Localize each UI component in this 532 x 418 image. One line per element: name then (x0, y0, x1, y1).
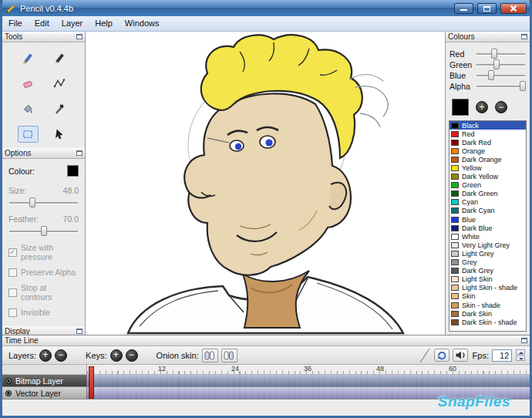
feather-slider-handle[interactable] (41, 226, 47, 236)
menu-item[interactable]: Layer (56, 16, 89, 31)
tool-polyline-button[interactable] (49, 75, 69, 92)
tools-panel-header[interactable]: Tools (2, 32, 85, 42)
palette-item[interactable]: Skin - shade (450, 301, 526, 309)
onion-next-icon (224, 351, 234, 360)
onion-next-button[interactable] (221, 349, 237, 362)
palette-item[interactable]: Dark Blue (450, 224, 526, 232)
layer-visibility-dot[interactable] (5, 378, 12, 384)
menu-item[interactable]: Edit (29, 16, 56, 31)
palette-item[interactable]: Grey (450, 258, 526, 267)
timeline-header[interactable]: Time Line (2, 335, 530, 346)
playhead[interactable] (89, 366, 94, 399)
colour-slider-handle[interactable] (488, 70, 494, 80)
colours-dock: Colours Red Green (445, 32, 530, 335)
layer-track[interactable] (87, 375, 530, 387)
add-layer-button[interactable]: + (39, 349, 52, 362)
fps-down-button[interactable] (516, 356, 525, 361)
float-panel-icon[interactable] (76, 329, 82, 334)
layer-name: Vector Layer (15, 389, 61, 398)
float-panel-icon[interactable] (521, 34, 527, 39)
palette-item[interactable]: White (450, 232, 526, 241)
fps-value[interactable]: 12 (492, 349, 512, 362)
tool-move-button[interactable] (49, 126, 69, 143)
menu-item[interactable]: File (2, 16, 29, 31)
remove-key-button[interactable]: − (126, 349, 138, 362)
fps-up-button[interactable] (516, 349, 525, 355)
palette-item[interactable]: Dark Cyan (450, 207, 526, 215)
drawing-canvas[interactable] (86, 32, 445, 335)
palette-item[interactable]: Skin (450, 292, 526, 301)
layer-visibility-dot[interactable] (5, 390, 12, 396)
tool-bucket-button[interactable] (18, 100, 39, 117)
colour-slider-handle[interactable] (520, 81, 526, 91)
current-colour-swatch[interactable] (67, 165, 79, 177)
canvas-drawing (86, 32, 445, 335)
frame-ruler[interactable]: 1224364860 (87, 365, 530, 375)
close-button[interactable] (500, 3, 527, 14)
timeline-panel: Time Line Layers: + − Keys: + − Onion sk… (2, 335, 530, 416)
remove-layer-button[interactable]: − (55, 349, 67, 362)
float-panel-icon[interactable] (521, 338, 527, 343)
palette-item[interactable]: Light Grey (450, 249, 526, 258)
palette-item[interactable]: Dark Red (450, 138, 526, 147)
option-checkbox[interactable]: Preserve Alpha (8, 268, 79, 277)
size-value: 48.0 (63, 186, 79, 195)
option-checkbox[interactable]: Stop at contours (8, 283, 79, 302)
timeline-layer-row[interactable]: Bitmap Layer (2, 375, 530, 387)
palette-item[interactable]: Dark Grey (450, 267, 526, 275)
options-panel-header[interactable]: Options (2, 148, 85, 159)
palette-item[interactable]: Very Light Grey (450, 241, 526, 249)
palette-item[interactable]: Green (450, 181, 526, 190)
palette-item[interactable]: Light Skin - shade (450, 284, 526, 292)
ruler-number: 60 (449, 365, 456, 372)
colour-slider[interactable] (476, 70, 526, 80)
palette-item[interactable]: Dark Skin - shade (450, 318, 526, 326)
palette-item[interactable]: Red (450, 130, 526, 138)
tool-select-button[interactable] (18, 126, 39, 143)
palette-item[interactable]: Black (450, 121, 526, 130)
option-checkbox[interactable]: Size with pressure (8, 243, 79, 261)
colour-slider[interactable] (476, 81, 526, 91)
add-colour-button[interactable]: + (476, 101, 488, 113)
float-panel-icon[interactable] (76, 150, 82, 156)
onion-prev-button[interactable] (202, 349, 218, 362)
palette-item[interactable]: Light Skin (450, 275, 526, 284)
speaker-icon (455, 350, 466, 360)
float-panel-icon[interactable] (76, 34, 82, 39)
title-bar[interactable]: Pencil v0.4.4b (2, 0, 530, 16)
palette-item[interactable]: Orange (450, 147, 526, 155)
palette-item[interactable]: Dark Orange (450, 155, 526, 163)
palette-item[interactable]: Blue (450, 215, 526, 224)
add-key-button[interactable]: + (110, 349, 123, 362)
colour-slider-handle[interactable] (493, 59, 500, 69)
menu-item[interactable]: Help (89, 16, 119, 31)
tool-eyedropper-button[interactable] (49, 100, 69, 117)
palette-item[interactable]: Cyan (450, 198, 526, 207)
palette-item[interactable]: Dark Green (450, 190, 526, 198)
palette-name: White (462, 233, 480, 241)
palette-item[interactable]: Yellow (450, 163, 526, 172)
maximize-button[interactable] (477, 3, 497, 14)
size-slider-handle[interactable] (29, 197, 35, 207)
minimize-button[interactable] (454, 3, 473, 14)
feather-slider[interactable] (8, 226, 79, 236)
remove-colour-button[interactable]: − (495, 101, 507, 113)
option-checkbox[interactable]: Invisible (8, 308, 79, 317)
tool-pen-button[interactable] (49, 49, 69, 66)
colours-panel-title: Colours (448, 32, 521, 41)
loop-button[interactable] (434, 349, 450, 362)
palette-name: Grey (462, 258, 477, 266)
colours-panel-header[interactable]: Colours (446, 32, 530, 42)
menu-item[interactable]: Windows (119, 16, 166, 31)
colour-slider[interactable] (476, 59, 526, 69)
tool-pencil-button[interactable] (18, 49, 39, 66)
ruler-number: 24 (231, 365, 239, 372)
palette-item[interactable]: Dark Skin (450, 309, 526, 318)
tool-eraser-button[interactable] (18, 75, 39, 92)
palette-item[interactable]: Dark Yellow (450, 173, 526, 181)
size-slider[interactable] (8, 197, 79, 207)
colour-slider-handle[interactable] (491, 49, 497, 59)
sound-button[interactable] (453, 349, 468, 362)
colour-slider[interactable] (476, 49, 526, 59)
palette-name: Very Light Grey (462, 241, 510, 249)
